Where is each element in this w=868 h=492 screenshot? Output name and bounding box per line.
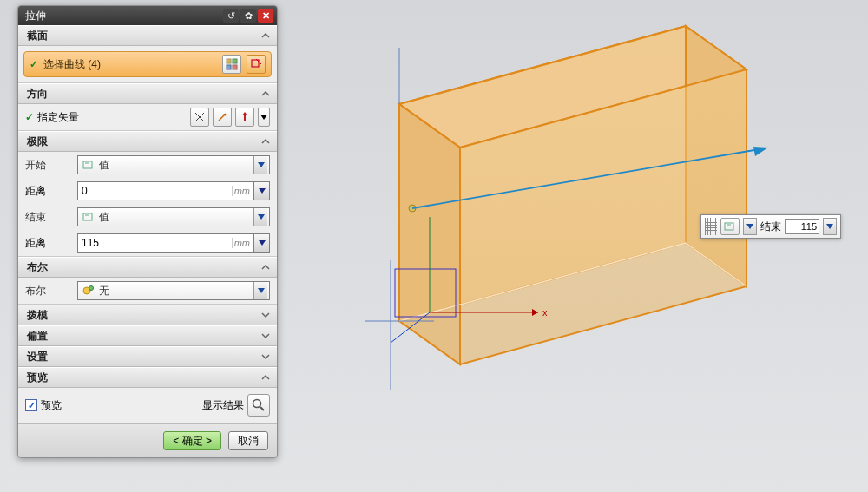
value-icon <box>82 158 95 172</box>
preview-checkbox-label: 预览 <box>41 398 62 413</box>
cancel-button[interactable]: 取消 <box>228 431 268 450</box>
section-header-direction[interactable]: 方向 <box>18 83 277 104</box>
section-header-curve[interactable]: 截面 <box>18 25 277 46</box>
boolean-value: 无 <box>99 284 109 298</box>
end-chip-label: 结束 <box>760 220 781 234</box>
section-title: 偏置 <box>27 329 48 344</box>
svg-marker-46 <box>746 224 753 229</box>
end-type-dropdown[interactable]: 值 <box>77 207 270 226</box>
end-type-row: 结束 值 <box>18 204 277 230</box>
boolean-row: 布尔 无 <box>18 278 277 304</box>
chevron-up-icon <box>260 30 272 42</box>
svg-point-24 <box>253 400 261 408</box>
svg-marker-20 <box>259 240 266 246</box>
section-header-settings[interactable]: 设置 <box>18 346 277 367</box>
section-body-boolean: 布尔 无 <box>18 278 277 305</box>
axis-x-label: x <box>542 307 548 318</box>
end-type-icon[interactable] <box>720 218 740 235</box>
section-header-draft[interactable]: 拨模 <box>18 305 277 325</box>
svg-marker-12 <box>260 115 267 120</box>
viewport-3d[interactable]: x <box>278 0 868 492</box>
start-distance-row: 距离 mm <box>18 178 277 204</box>
start-label: 开始 <box>25 158 77 173</box>
vector-axis-button[interactable] <box>235 108 254 127</box>
end-distance-field[interactable] <box>78 237 232 249</box>
show-result-button[interactable] <box>247 394 270 417</box>
select-curve-row[interactable]: ✓ 选择曲线 (4) <box>23 51 272 77</box>
value-icon <box>82 210 95 224</box>
vector-dropdown-button[interactable] <box>258 108 270 127</box>
vector-reverse-button[interactable] <box>213 108 232 127</box>
check-icon: ✓ <box>30 58 38 70</box>
chevron-up-icon <box>260 261 272 273</box>
end-distance-label: 距离 <box>25 236 77 251</box>
svg-marker-15 <box>258 162 265 167</box>
section-title: 预览 <box>27 371 48 385</box>
svg-point-22 <box>89 286 94 291</box>
svg-rect-3 <box>233 65 237 69</box>
section-title: 极限 <box>27 134 48 149</box>
vector-label: 指定矢量 <box>37 110 79 125</box>
dialog-title: 拉伸 <box>25 9 46 23</box>
boolean-dropdown[interactable]: 无 <box>77 281 270 300</box>
reset-icon[interactable]: ↺ <box>223 9 239 23</box>
chevron-down-icon <box>260 351 272 363</box>
section-title: 布尔 <box>27 260 48 275</box>
svg-rect-0 <box>227 59 231 63</box>
start-type-row: 开始 值 <box>18 152 277 178</box>
unit-label: mm <box>232 238 253 248</box>
close-icon[interactable]: ✕ <box>258 9 273 23</box>
select-curve-label: 选择曲线 (4) <box>43 57 101 72</box>
chevron-up-icon <box>260 371 272 384</box>
svg-marker-42 <box>753 147 768 156</box>
ok-button[interactable]: < 确定 > <box>163 431 221 450</box>
section-header-preview[interactable]: 预览 <box>18 367 277 388</box>
section-title: 方向 <box>27 87 48 102</box>
chevron-down-icon <box>260 330 272 342</box>
end-distance-stepper[interactable] <box>254 233 270 253</box>
settings-icon[interactable]: ✿ <box>240 9 256 23</box>
dropdown-arrow-icon <box>253 208 267 226</box>
svg-line-25 <box>260 407 264 410</box>
section-body-curve: ✓ 选择曲线 (4) <box>18 46 277 83</box>
preview-checkbox[interactable]: ✓ <box>25 399 37 411</box>
section-title: 拨模 <box>27 308 48 323</box>
start-distance-field[interactable] <box>78 185 232 197</box>
end-chip-stepper[interactable] <box>823 218 837 235</box>
chevron-down-icon <box>260 309 272 321</box>
end-distance-input[interactable]: mm <box>77 233 254 253</box>
svg-rect-44 <box>725 223 733 230</box>
dropdown-arrow-icon <box>253 282 267 299</box>
svg-rect-1 <box>233 59 237 63</box>
start-distance-input[interactable]: mm <box>77 181 254 200</box>
vector-infer-button[interactable] <box>190 108 209 127</box>
start-type-text: 值 <box>99 158 109 173</box>
section-title: 截面 <box>27 29 48 43</box>
sketch-section-button[interactable] <box>247 55 266 74</box>
svg-rect-2 <box>227 65 231 69</box>
curve-rule-button[interactable] <box>222 55 241 74</box>
check-icon: ✓ <box>25 111 34 123</box>
section-body-preview: ✓ 预览 显示结果 <box>18 388 277 423</box>
end-label: 结束 <box>25 210 77 225</box>
svg-marker-19 <box>258 214 265 220</box>
grip-icon[interactable] <box>705 218 717 235</box>
section-header-limits[interactable]: 极限 <box>18 131 277 152</box>
svg-marker-16 <box>259 188 266 194</box>
dialog-titlebar[interactable]: 拉伸 ↺ ✿ ✕ <box>18 6 277 25</box>
unit-label: mm <box>232 186 253 196</box>
section-body-limits: 开始 值 距离 mm 结束 <box>18 152 277 257</box>
end-type-dropdown-arrow[interactable] <box>743 218 757 235</box>
start-distance-stepper[interactable] <box>254 181 270 200</box>
end-value-chip[interactable]: 结束 <box>700 214 841 239</box>
svg-marker-23 <box>258 288 265 293</box>
vector-row: ✓ 指定矢量 <box>18 104 277 130</box>
start-type-dropdown[interactable]: 值 <box>77 155 270 174</box>
section-header-boolean[interactable]: 布尔 <box>18 257 277 278</box>
section-header-offset[interactable]: 偏置 <box>18 325 277 346</box>
start-distance-label: 距离 <box>25 184 77 199</box>
end-chip-input[interactable] <box>785 219 819 234</box>
extrude-dialog: 拉伸 ↺ ✿ ✕ 截面 ✓ 选择曲线 (4) 方向 <box>17 5 278 458</box>
show-result-label: 显示结果 <box>202 398 244 413</box>
svg-marker-11 <box>242 112 247 115</box>
